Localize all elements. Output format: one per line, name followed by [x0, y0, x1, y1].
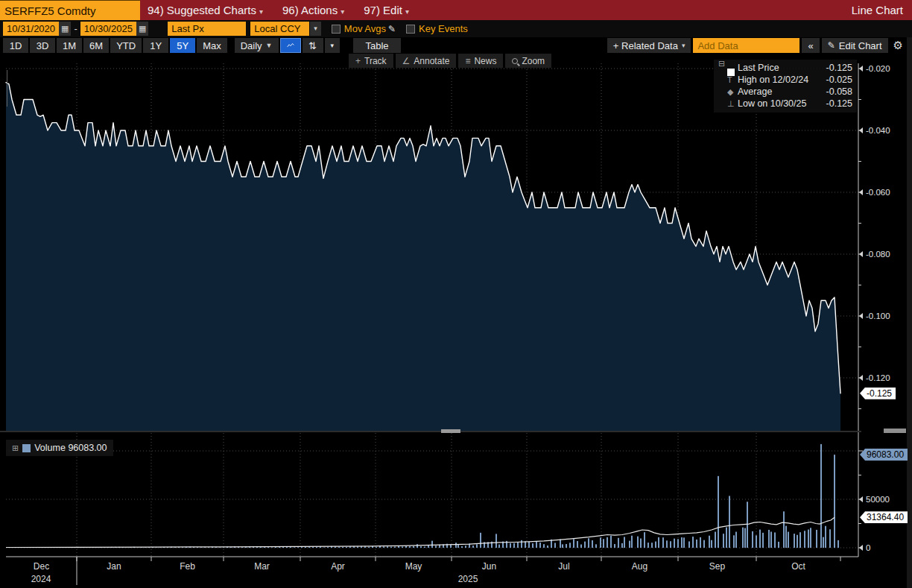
legend-row-3[interactable]: ⊥Low on 10/30/25-0.125	[718, 98, 852, 110]
volume-swatch	[22, 444, 31, 452]
x-axis-month-label: Aug	[632, 561, 647, 572]
chart-tools: +Track∠Annotate≡NewsZoom	[349, 54, 551, 68]
tool-zoom-button[interactable]: Zoom	[505, 54, 551, 68]
volume-axis-label: 50000	[866, 495, 890, 504]
x-axis-year-label: 2025	[458, 574, 478, 584]
volume-last-badge: 96083.00	[860, 449, 908, 461]
legend-row-1[interactable]: THigh on 12/02/24-0.025	[718, 74, 852, 86]
legend-value: -0.025	[826, 75, 852, 85]
legend-value: -0.125	[826, 98, 852, 109]
x-axis-month-label: Jul	[558, 561, 569, 572]
high-marker-icon: T	[718, 75, 738, 84]
x-axis-month-label: Dec	[34, 561, 49, 572]
x-axis-month-label: Mar	[254, 561, 270, 572]
average-marker-icon: ◆	[718, 87, 738, 97]
last-price-badge: -0.125	[860, 388, 896, 399]
legend-row-2[interactable]: ◆Average-0.058	[718, 86, 852, 98]
annotate-angle: ∠	[402, 56, 411, 66]
bloomberg-line-chart-window: SERFFZ5 Comdty 94) Suggested Charts▾96) …	[0, 0, 912, 588]
track-crosshair: +	[355, 56, 361, 66]
x-axis-month-label: Apr	[331, 561, 345, 572]
volume-avg-badge: 31364.40	[860, 511, 908, 523]
price-axis-label: -0.020	[866, 64, 890, 73]
x-axis-month-label: Feb	[180, 561, 195, 572]
volume-legend[interactable]: ⊞ Volume 96083.00	[6, 440, 113, 456]
volume-axis-label: 0	[866, 543, 870, 552]
legend-label: High on 12/02/24	[738, 75, 826, 85]
volume-legend-label: Volume 96083.00	[34, 443, 107, 453]
legend-row-0[interactable]: ⊟Last Price-0.125	[718, 62, 852, 74]
tool-annotate-button[interactable]: ∠Annotate	[396, 54, 457, 68]
zoom-magnifier	[512, 58, 518, 64]
x-axis-month-label: Oct	[791, 561, 805, 572]
pane-divider-handle[interactable]	[441, 429, 460, 433]
pane-divider-handle-right[interactable]	[884, 429, 906, 433]
x-axis-year-label: 2024	[31, 574, 51, 584]
price-axis-label: -0.120	[866, 373, 890, 382]
x-axis-month-label: May	[405, 561, 422, 572]
legend-value: -0.058	[826, 86, 852, 97]
price-axis-label: -0.060	[866, 188, 890, 197]
tool-news-button[interactable]: ≡News	[458, 54, 503, 68]
expand-icon[interactable]: ⊞	[12, 443, 19, 453]
low-marker-icon: ⊥	[718, 99, 738, 109]
legend-label: Last Price	[738, 63, 826, 73]
price-axis-label: -0.080	[866, 250, 890, 259]
tool-track-button[interactable]: +Track	[349, 54, 393, 68]
legend-label: Low on 10/30/25	[738, 98, 826, 109]
x-axis-month-label: Jun	[482, 561, 496, 572]
legend-label: Average	[738, 86, 826, 97]
pane-divider	[0, 431, 861, 432]
legend-value: -0.125	[826, 63, 852, 73]
price-axis-label: -0.100	[866, 312, 890, 320]
vertical-scrollbar[interactable]	[907, 37, 912, 588]
x-axis-month-label: Sep	[709, 561, 725, 572]
legend-tree-line	[7, 70, 7, 107]
price-legend: ⊟Last Price-0.125THigh on 12/02/24-0.025…	[714, 60, 857, 113]
news-lines: ≡	[465, 56, 470, 66]
price-axis-label: -0.040	[866, 126, 890, 135]
x-axis-month-label: Jan	[107, 561, 121, 572]
